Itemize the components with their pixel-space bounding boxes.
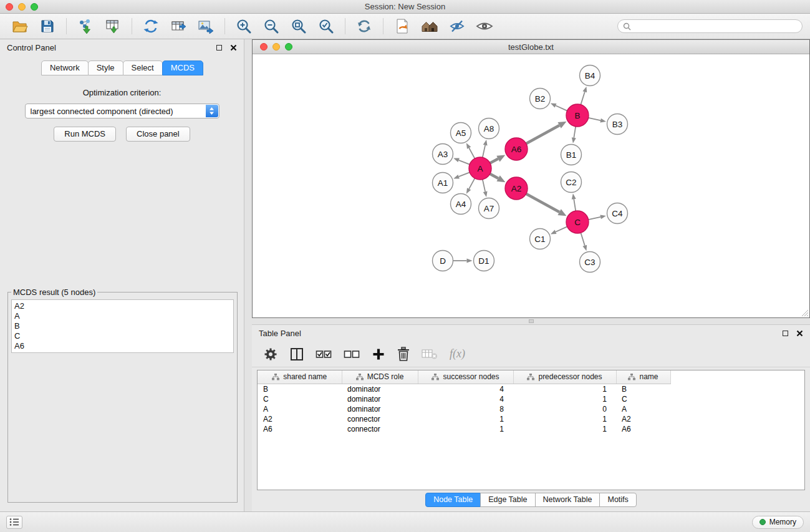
column-header-mcds-role[interactable]: MCDS role xyxy=(342,370,418,384)
cell-successor-nodes[interactable]: 8 xyxy=(418,404,513,414)
cell-predecessor-nodes[interactable]: 0 xyxy=(513,404,616,414)
zoom-fit-button[interactable] xyxy=(286,16,311,37)
splitter-grip[interactable] xyxy=(529,319,534,323)
column-header-name[interactable]: name xyxy=(616,370,670,384)
mcds-result-item[interactable]: A2 xyxy=(14,301,231,311)
horizontal-splitter[interactable] xyxy=(252,318,810,324)
graph-node-A3[interactable]: A3 xyxy=(433,144,453,165)
cell-shared-name[interactable]: A xyxy=(258,404,342,414)
tab-network-table[interactable]: Network Table xyxy=(535,493,600,507)
zoom-selected-button[interactable] xyxy=(314,16,339,37)
close-panel-button[interactable]: Close panel xyxy=(126,127,190,142)
save-session-button[interactable] xyxy=(35,16,60,37)
graph-edge-A-A1[interactable] xyxy=(459,172,470,177)
graph-edge-A-A7[interactable] xyxy=(483,180,485,192)
cell-mcds-role[interactable]: dominator xyxy=(342,404,418,414)
graph-edge-A-A2[interactable] xyxy=(490,174,498,178)
delete-table-button[interactable] xyxy=(422,348,438,360)
document-arrow-button[interactable] xyxy=(390,16,415,37)
zoom-network-window-button[interactable] xyxy=(285,43,292,51)
graph-node-A8[interactable]: A8 xyxy=(479,118,499,139)
vertical-splitter[interactable] xyxy=(244,39,252,511)
graph-node-D1[interactable]: D1 xyxy=(474,251,494,271)
tab-motifs[interactable]: Motifs xyxy=(599,493,636,507)
mcds-result-item[interactable]: C xyxy=(14,331,231,341)
zoom-in-button[interactable] xyxy=(231,16,256,37)
tab-mcds[interactable]: MCDS xyxy=(162,60,203,75)
zoom-out-button[interactable] xyxy=(259,16,284,37)
tab-node-table[interactable]: Node Table xyxy=(425,493,481,507)
function-builder-button[interactable]: f(x) xyxy=(450,347,465,360)
graph-edge-B-B1[interactable] xyxy=(574,127,576,138)
cell-successor-nodes[interactable]: 1 xyxy=(418,414,513,424)
cell-mcds-role[interactable]: connector xyxy=(342,414,418,424)
graph-node-C2[interactable]: C2 xyxy=(561,172,582,193)
search-box[interactable] xyxy=(617,19,803,33)
memory-button[interactable]: Memory xyxy=(752,516,804,529)
export-table-button[interactable] xyxy=(166,16,191,37)
graph-edge-C-C4[interactable] xyxy=(589,217,601,220)
eye-button[interactable] xyxy=(472,16,497,37)
close-panel-icon[interactable] xyxy=(230,44,237,51)
minimize-network-window-button[interactable] xyxy=(272,43,280,51)
graph-node-B4[interactable]: B4 xyxy=(580,65,600,86)
table-row[interactable]: Cdominator41C xyxy=(258,394,670,404)
cell-predecessor-nodes[interactable]: 1 xyxy=(513,384,616,394)
graph-node-A1[interactable]: A1 xyxy=(433,173,453,193)
graph-edge-A-A4[interactable] xyxy=(469,178,475,189)
cell-successor-nodes[interactable]: 4 xyxy=(418,384,513,394)
column-header-shared-name[interactable]: shared name xyxy=(258,370,342,384)
graph-edge-C-C3[interactable] xyxy=(581,233,584,246)
export-image-button[interactable] xyxy=(193,16,218,37)
graph-edge-A6-B[interactable] xyxy=(526,125,559,143)
close-network-window-button[interactable] xyxy=(260,43,268,51)
float-panel-icon[interactable] xyxy=(216,45,222,51)
delete-column-button[interactable] xyxy=(397,347,410,362)
graph-node-A[interactable]: A xyxy=(469,157,491,180)
houses-button[interactable] xyxy=(417,16,442,37)
cell-shared-name[interactable]: B xyxy=(258,384,342,394)
graph-edge-C-C1[interactable] xyxy=(556,226,567,231)
resize-handle-icon[interactable] xyxy=(801,309,809,317)
graph-node-A4[interactable]: A4 xyxy=(451,194,471,215)
graph-edge-C-C2[interactable] xyxy=(574,199,576,211)
graph-node-A7[interactable]: A7 xyxy=(479,198,499,219)
cell-predecessor-nodes[interactable]: 1 xyxy=(513,424,616,434)
graph-node-B[interactable]: B xyxy=(566,104,589,127)
mcds-result-list[interactable]: A2ABCA6 xyxy=(11,299,234,353)
tab-style[interactable]: Style xyxy=(88,60,123,75)
graph-node-C[interactable]: C xyxy=(566,211,589,233)
export-network-button[interactable] xyxy=(138,16,163,37)
cell-mcds-role[interactable]: connector xyxy=(342,424,418,434)
mcds-result-item[interactable]: B xyxy=(14,321,231,331)
table-row[interactable]: A2connector11A2 xyxy=(258,414,670,424)
graph-edge-A-A5[interactable] xyxy=(469,148,475,158)
table-row[interactable]: A6connector11A6 xyxy=(258,424,670,434)
cell-name[interactable]: A2 xyxy=(616,414,670,424)
minimize-window-button[interactable] xyxy=(18,3,26,11)
run-mcds-button[interactable]: Run MCDS xyxy=(54,127,116,142)
graph-node-C3[interactable]: C3 xyxy=(580,252,600,273)
tab-network[interactable]: Network xyxy=(41,60,89,75)
cell-shared-name[interactable]: A6 xyxy=(258,424,342,434)
tab-edge-table[interactable]: Edge Table xyxy=(480,493,535,507)
graphics-details-button[interactable] xyxy=(445,16,470,37)
column-header-predecessor-nodes[interactable]: predecessor nodes xyxy=(513,370,616,384)
add-column-button[interactable] xyxy=(372,347,385,361)
select-all-columns-button[interactable] xyxy=(316,347,332,361)
cell-shared-name[interactable]: A2 xyxy=(258,414,342,424)
cell-name[interactable]: B xyxy=(616,384,670,394)
graph-node-C1[interactable]: C1 xyxy=(530,229,551,249)
close-window-button[interactable] xyxy=(6,3,13,11)
import-network-button[interactable] xyxy=(73,16,98,37)
graph-edge-A2-C[interactable] xyxy=(526,194,559,212)
apply-layout-button[interactable] xyxy=(352,16,377,37)
graph-node-A2[interactable]: A2 xyxy=(505,177,528,200)
tab-select[interactable]: Select xyxy=(123,60,163,75)
network-canvas[interactable]: B4B2BB3A5A8A6B1A3AC2A1A2A4A7C4C1CC3DD1 xyxy=(253,54,809,317)
table-row[interactable]: Adominator80A xyxy=(258,404,670,414)
search-input[interactable] xyxy=(634,22,797,31)
open-session-button[interactable] xyxy=(7,16,32,37)
cell-successor-nodes[interactable]: 1 xyxy=(418,424,513,434)
cell-shared-name[interactable]: C xyxy=(258,394,342,404)
